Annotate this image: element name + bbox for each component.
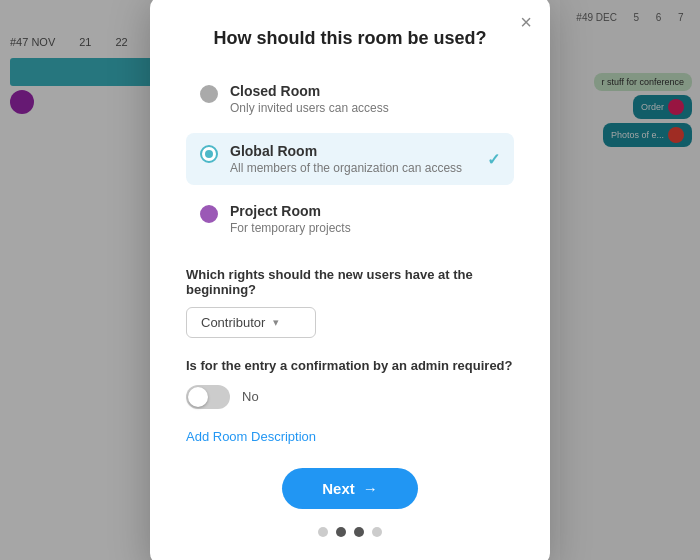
toggle-thumb [188,387,208,407]
project-room-option[interactable]: Project Room For temporary projects [186,193,514,245]
step-dot-4 [372,527,382,537]
dropdown-arrow-icon: ▾ [273,316,279,329]
modal-title: How should this room be used? [186,28,514,49]
closed-room-text: Closed Room Only invited users can acces… [230,83,500,115]
confirmation-toggle-row: No [186,385,514,409]
toggle-label-no: No [242,389,259,404]
selected-checkmark: ✓ [487,149,500,168]
add-description-link[interactable]: Add Room Description [186,429,316,444]
modal-dialog: × How should this room be used? Closed R… [150,0,550,560]
step-dot-1 [318,527,328,537]
close-button[interactable]: × [520,12,532,32]
closed-room-option[interactable]: Closed Room Only invited users can acces… [186,73,514,125]
room-options-list: Closed Room Only invited users can acces… [186,73,514,245]
step-dot-2 [336,527,346,537]
closed-room-radio [200,85,218,103]
closed-room-desc: Only invited users can access [230,101,500,115]
rights-label: Which rights should the new users have a… [186,267,514,297]
global-room-option[interactable]: Global Room All members of the organizat… [186,133,514,185]
contributor-dropdown[interactable]: Contributor ▾ [186,307,316,338]
global-room-desc: All members of the organization can acce… [230,161,500,175]
global-room-text: Global Room All members of the organizat… [230,143,500,175]
project-room-radio [200,205,218,223]
confirmation-label: Is for the entry a confirmation by an ad… [186,358,514,373]
project-room-name: Project Room [230,203,500,219]
step-indicator [186,527,514,537]
admin-confirmation-toggle[interactable] [186,385,230,409]
next-button-label: Next [322,480,355,497]
closed-room-name: Closed Room [230,83,500,99]
global-room-radio [200,145,218,163]
next-button[interactable]: Next → [282,468,418,509]
contributor-value: Contributor [201,315,265,330]
next-arrow-icon: → [363,480,378,497]
modal-overlay: × How should this room be used? Closed R… [0,0,700,560]
project-room-desc: For temporary projects [230,221,500,235]
project-room-text: Project Room For temporary projects [230,203,500,235]
global-room-name: Global Room [230,143,500,159]
step-dot-3 [354,527,364,537]
